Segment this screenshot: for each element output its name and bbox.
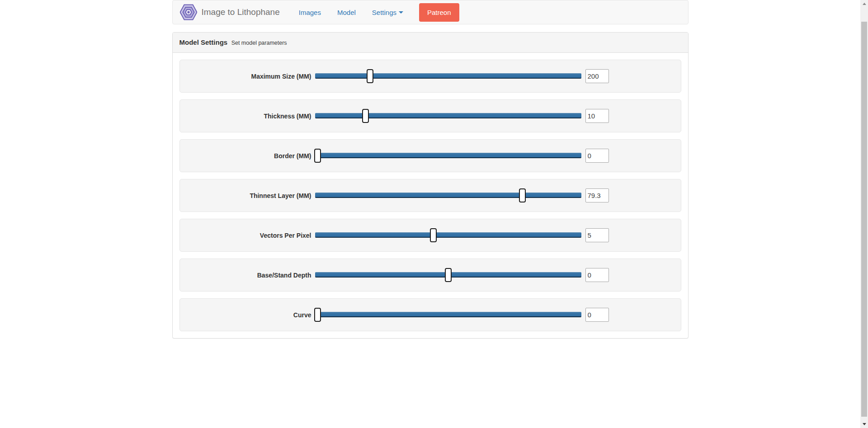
slider-thinnest-layer[interactable] [315, 188, 581, 203]
brand-link[interactable]: Image to Lithophane [173, 4, 284, 21]
border-input[interactable] [585, 149, 609, 163]
slider-label: Base/Stand Depth [189, 272, 311, 279]
slider-thumb[interactable] [314, 308, 321, 322]
scrollbar-thumb[interactable] [861, 22, 867, 417]
curve-input[interactable] [585, 308, 609, 322]
slider-track[interactable] [315, 153, 581, 158]
slider-track[interactable] [315, 312, 581, 317]
slider-thumb[interactable] [430, 228, 437, 242]
page: Image to Lithophane Images Model Setting… [0, 0, 860, 428]
patreon-button[interactable]: Patreon [419, 3, 459, 22]
slider-track[interactable] [315, 193, 581, 198]
slider-thumb[interactable] [314, 149, 321, 163]
navbar: Image to Lithophane Images Model Setting… [172, 0, 689, 24]
app-logo-icon [180, 4, 197, 21]
nav-link-images-label: Images [299, 9, 321, 16]
panel-heading: Model Settings Set model parameters [173, 33, 688, 53]
slider-label: Vectors Per Pixel [189, 232, 311, 239]
caret-down-icon [399, 11, 403, 14]
panel-body: Maximum Size (MM) Thickness (MM) [173, 53, 688, 338]
slider-label: Border (MM) [189, 152, 311, 160]
nav-links: Images Model Settings Patreon [291, 0, 459, 24]
slider-label: Maximum Size (MM) [189, 73, 311, 80]
slider-track[interactable] [315, 113, 581, 118]
slider-track[interactable] [315, 73, 581, 79]
panel-subtitle: Set model parameters [231, 40, 287, 46]
slider-thumb[interactable] [519, 188, 526, 202]
vertical-scrollbar[interactable] [860, 0, 868, 428]
slider-thickness[interactable] [315, 108, 581, 124]
slider-curve[interactable] [315, 307, 581, 323]
model-settings-panel: Model Settings Set model parameters Maxi… [172, 32, 689, 339]
main-container: Image to Lithophane Images Model Setting… [172, 0, 689, 339]
slider-border[interactable] [315, 148, 581, 164]
nav-link-settings-label: Settings [372, 9, 396, 16]
slider-label: Thinnest Layer (MM) [189, 192, 311, 199]
slider-row-base-stand-depth: Base/Stand Depth [179, 259, 681, 292]
scroll-down-arrow-icon[interactable] [860, 420, 868, 428]
slider-label: Curve [189, 311, 311, 319]
slider-base-stand-depth[interactable] [315, 267, 581, 283]
thickness-input[interactable] [585, 109, 609, 123]
nav-link-settings-dropdown[interactable]: Settings [364, 0, 411, 24]
slider-label: Thickness (MM) [189, 113, 311, 120]
app-title: Image to Lithophane [202, 7, 280, 17]
slider-maximum-size[interactable] [315, 68, 581, 84]
maximum-size-input[interactable] [585, 69, 609, 83]
slider-row-border: Border (MM) [179, 139, 681, 172]
slider-row-vectors-per-pixel: Vectors Per Pixel [179, 219, 681, 252]
slider-thumb[interactable] [445, 268, 452, 282]
nav-link-model[interactable]: Model [329, 0, 364, 24]
slider-vectors-per-pixel[interactable] [315, 227, 581, 243]
nav-link-model-label: Model [337, 9, 356, 16]
vectors-per-pixel-input[interactable] [585, 228, 609, 242]
slider-row-thinnest-layer: Thinnest Layer (MM) [179, 179, 681, 212]
slider-track[interactable] [315, 232, 581, 238]
panel-title: Model Settings [179, 38, 228, 46]
slider-row-curve: Curve [179, 298, 681, 331]
slider-thumb[interactable] [362, 109, 369, 123]
slider-row-thickness: Thickness (MM) [179, 99, 681, 132]
scroll-up-arrow-icon[interactable] [860, 0, 868, 8]
base-stand-depth-input[interactable] [585, 268, 609, 282]
thinnest-layer-input[interactable] [585, 188, 609, 202]
nav-link-images[interactable]: Images [291, 0, 329, 24]
slider-row-maximum-size: Maximum Size (MM) [179, 60, 681, 93]
slider-thumb[interactable] [367, 69, 373, 83]
